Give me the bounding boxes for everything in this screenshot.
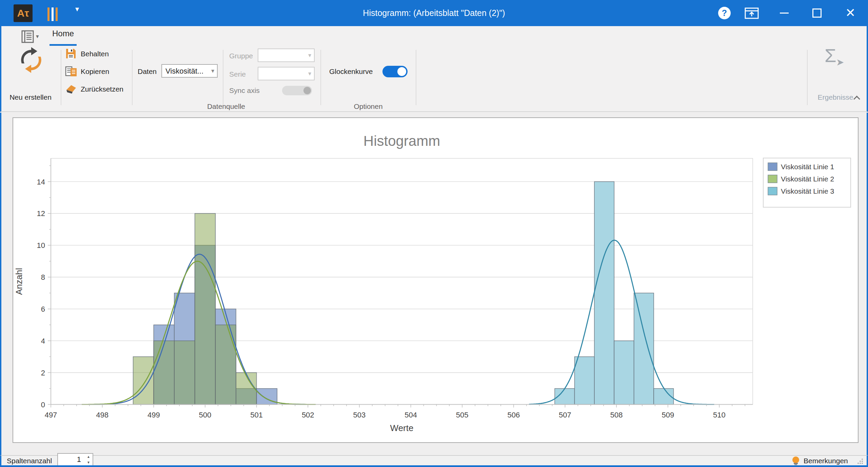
tab-home-label: Home <box>52 29 74 38</box>
ribbon: ▾ Home Neu erstellen Behalten <box>0 26 868 112</box>
ribbon-separator <box>223 50 223 105</box>
ribbon-separator <box>132 50 133 105</box>
glockenkurve-toggle[interactable] <box>382 66 408 77</box>
y-tick-label: 0 <box>41 401 45 409</box>
zuruecksetzen-button[interactable]: Zurücksetzen <box>65 82 130 96</box>
histogram-bar-series-2 <box>236 373 257 405</box>
ergebnisse-button[interactable]: Σ ➤ Ergebnisse <box>812 43 859 102</box>
y-tick-label: 12 <box>37 209 45 218</box>
neu-erstellen-button[interactable]: Neu erstellen <box>5 43 56 102</box>
save-icon <box>65 48 77 59</box>
ribbon-separator <box>320 50 321 105</box>
bulb-glass <box>792 456 799 463</box>
status-bar: Spaltenanzahl ▲ ▼ Bemerkungen <box>0 455 868 465</box>
sync-axis-label: Sync axis <box>229 86 260 95</box>
help-button[interactable]: ? <box>718 7 731 19</box>
x-tick-label: 501 <box>250 411 263 419</box>
ribbon-separator <box>416 50 416 105</box>
sync-axis-toggle <box>282 86 312 95</box>
gruppe-label: Gruppe <box>229 52 253 60</box>
neu-erstellen-label: Neu erstellen <box>5 93 56 101</box>
lightbulb-icon <box>792 456 800 465</box>
histogram-bar-series-3 <box>594 182 614 405</box>
file-menu-caret-icon: ▾ <box>36 33 39 40</box>
group-label-datenquelle: Datenquelle <box>189 102 263 111</box>
x-tick-label: 507 <box>559 411 571 419</box>
y-tick-label: 2 <box>41 369 45 377</box>
chevron-up-icon <box>853 96 860 102</box>
x-tick-label: 510 <box>713 411 726 419</box>
x-tick-label: 504 <box>405 411 417 419</box>
histogram-bar-series-2 <box>195 213 216 404</box>
bulb-base <box>794 463 798 464</box>
x-axis-title: Werte <box>390 423 414 433</box>
collapse-ribbon-button[interactable] <box>854 97 862 101</box>
glockenkurve-label: Glockenkurve <box>329 67 373 76</box>
histogram-chart: 4974984995005015025035045055065075085095… <box>13 118 858 442</box>
x-tick-label: 499 <box>147 411 160 419</box>
x-tick-label: 509 <box>662 411 674 419</box>
legend-swatch-3 <box>768 187 777 195</box>
file-menu-icon <box>21 30 35 43</box>
spaltenanzahl-input[interactable] <box>58 454 82 465</box>
spaltenanzahl-spinner: ▲ ▼ <box>57 453 93 466</box>
chart-title: Histogramm <box>363 133 440 149</box>
daten-label: Daten <box>138 67 157 76</box>
histogram-bar-series-3 <box>614 341 634 405</box>
x-tick-label: 503 <box>353 411 366 419</box>
refresh-icon <box>17 46 45 74</box>
eraser-icon <box>65 83 77 95</box>
toggle-knob <box>303 87 311 94</box>
resize-grip[interactable] <box>856 457 864 465</box>
ribbon-separator <box>807 50 808 105</box>
y-axis-title: Anzahl <box>14 268 24 295</box>
ribbon-display-options-button[interactable] <box>745 7 759 19</box>
legend-swatch-2 <box>768 175 777 183</box>
histogram-bar-series-3 <box>634 293 654 404</box>
histogram-bar-series-3 <box>575 357 594 405</box>
title-bar: Aτ ▾ Histogramm: (Arbeitsblatt "Daten (2… <box>0 0 868 26</box>
histogram-bar-series-2 <box>133 357 154 405</box>
sigma-results-icon: Σ ➤ <box>825 44 836 66</box>
spinner-down-button[interactable]: ▼ <box>84 460 93 465</box>
daten-value: Viskosität... <box>165 67 203 76</box>
gruppe-combobox: ▾ <box>258 48 315 62</box>
window-border <box>0 465 868 467</box>
bulb-base <box>794 464 797 465</box>
ribbon-display-options-icon <box>745 7 759 19</box>
serie-label: Serie <box>229 70 246 78</box>
maximize-button[interactable] <box>812 8 822 18</box>
toggle-knob <box>397 67 406 76</box>
zuruecksetzen-label: Zurücksetzen <box>81 85 123 93</box>
y-tick-label: 14 <box>37 178 45 186</box>
serie-combobox: ▾ <box>258 67 315 80</box>
file-menu-button[interactable]: ▾ <box>21 30 43 44</box>
minimize-button[interactable] <box>779 7 789 19</box>
daten-combobox[interactable]: Viskosität... ▾ <box>161 64 218 78</box>
x-tick-label: 497 <box>45 411 57 419</box>
spinner-up-button[interactable]: ▲ <box>84 454 93 460</box>
close-button[interactable]: ✕ <box>844 5 857 21</box>
x-tick-label: 502 <box>302 411 314 419</box>
bemerkungen-button[interactable]: Bemerkungen <box>804 457 848 465</box>
histogram-bar-series-2 <box>154 341 174 405</box>
tab-home[interactable]: Home <box>50 29 77 43</box>
minimize-icon <box>780 13 789 14</box>
behalten-label: Behalten <box>81 50 109 58</box>
y-tick-label: 6 <box>41 305 45 313</box>
kopieren-button[interactable]: Kopieren <box>65 65 130 78</box>
behalten-button[interactable]: Behalten <box>65 47 130 61</box>
combo-caret-icon: ▾ <box>308 52 311 59</box>
ribbon-separator <box>61 50 61 105</box>
app-window: Aτ ▾ Histogramm: (Arbeitsblatt "Daten (2… <box>0 0 868 467</box>
x-tick-label: 508 <box>610 411 623 419</box>
y-tick-label: 4 <box>41 337 45 345</box>
y-tick-label: 10 <box>37 241 45 250</box>
combo-caret-icon: ▾ <box>308 70 311 77</box>
x-tick-label: 498 <box>96 411 108 419</box>
copy-icon <box>65 65 77 77</box>
spaltenanzahl-label: Spaltenanzahl <box>7 457 52 465</box>
group-label-optionen: Optionen <box>331 102 406 111</box>
x-tick-label: 506 <box>507 411 520 419</box>
legend-swatch-1 <box>768 163 777 171</box>
